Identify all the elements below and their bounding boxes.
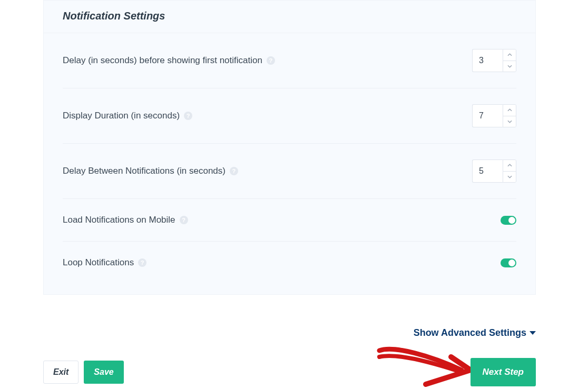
label-delay-between: Delay Between Notifications (in seconds) <box>63 166 226 176</box>
stepper-down[interactable] <box>503 61 516 72</box>
label-wrap: Loop Notifications ? <box>63 257 146 268</box>
settings-panel: Notification Settings Delay (in seconds)… <box>43 0 536 295</box>
panel-title: Notification Settings <box>63 10 516 22</box>
label-wrap: Delay (in seconds) before showing first … <box>63 55 275 66</box>
caret-down-icon <box>530 331 536 335</box>
stepper-up[interactable] <box>503 160 516 172</box>
spinner <box>503 104 516 127</box>
toggle-knob <box>508 260 515 266</box>
label-wrap: Load Notifications on Mobile ? <box>63 215 188 225</box>
input-delay-first[interactable] <box>472 49 503 72</box>
settings-rows: Delay (in seconds) before showing first … <box>44 33 535 294</box>
panel-header: Notification Settings <box>44 1 535 33</box>
label-delay-first: Delay (in seconds) before showing first … <box>63 55 262 66</box>
stepper-up[interactable] <box>503 105 516 116</box>
save-button[interactable]: Save <box>84 361 123 384</box>
number-control-display-duration <box>472 104 516 127</box>
row-load-mobile: Load Notifications on Mobile ? <box>63 199 516 242</box>
spinner <box>503 49 516 72</box>
help-icon[interactable]: ? <box>230 167 238 175</box>
stepper-down[interactable] <box>503 172 516 183</box>
input-delay-between[interactable] <box>472 159 503 183</box>
footer: Exit Save Next Step <box>43 358 536 386</box>
input-display-duration[interactable] <box>472 104 503 127</box>
label-wrap: Display Duration (in seconds) ? <box>63 111 192 121</box>
toggle-load-mobile[interactable] <box>501 216 516 225</box>
label-loop: Loop Notifications <box>63 257 134 268</box>
label-wrap: Delay Between Notifications (in seconds)… <box>63 166 238 176</box>
number-control-delay-first <box>472 49 516 72</box>
number-control-delay-between <box>472 159 516 183</box>
help-icon[interactable]: ? <box>267 56 275 65</box>
help-icon[interactable]: ? <box>184 112 192 120</box>
row-delay-first: Delay (in seconds) before showing first … <box>63 33 516 88</box>
stepper-down[interactable] <box>503 116 516 127</box>
show-advanced-link[interactable]: Show Advanced Settings <box>414 327 536 338</box>
exit-button[interactable]: Exit <box>43 361 79 384</box>
spinner <box>503 159 516 183</box>
next-step-button[interactable]: Next Step <box>471 358 536 386</box>
toggle-knob <box>508 217 515 224</box>
help-icon[interactable]: ? <box>138 258 146 267</box>
stepper-up[interactable] <box>503 49 516 61</box>
row-loop: Loop Notifications ? <box>63 242 516 284</box>
row-display-duration: Display Duration (in seconds) ? <box>63 88 516 144</box>
row-delay-between: Delay Between Notifications (in seconds)… <box>63 144 516 199</box>
label-display-duration: Display Duration (in seconds) <box>63 111 180 121</box>
label-load-mobile: Load Notifications on Mobile <box>63 215 175 225</box>
toggle-loop[interactable] <box>501 258 516 267</box>
footer-left: Exit Save <box>43 361 124 384</box>
show-advanced-label: Show Advanced Settings <box>414 327 526 338</box>
help-icon[interactable]: ? <box>180 216 188 224</box>
